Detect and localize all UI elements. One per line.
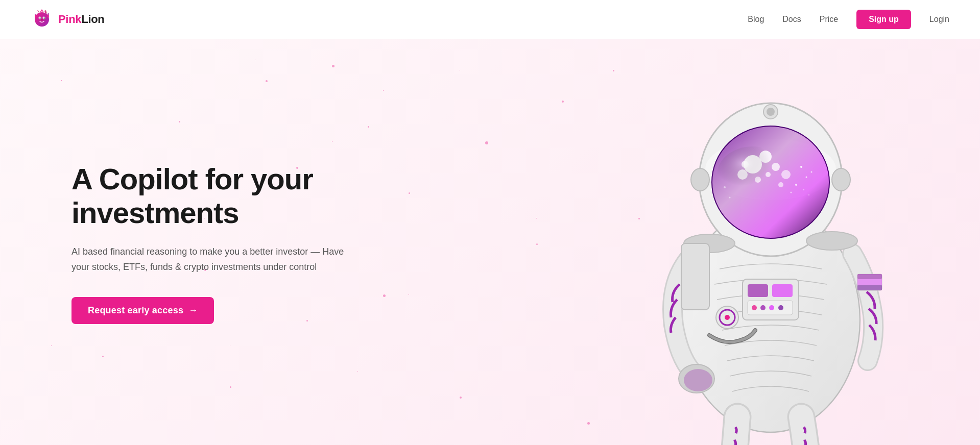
svg-point-42 <box>800 166 802 168</box>
deco-dot <box>102 356 104 357</box>
brand-name: PinkLion <box>58 13 105 26</box>
svg-rect-27 <box>857 285 882 290</box>
svg-point-57 <box>806 232 857 250</box>
logo-icon <box>31 8 53 31</box>
svg-rect-58 <box>681 243 709 310</box>
hero-subtitle: AI based financial reasoning to make you… <box>71 244 357 275</box>
svg-point-8 <box>39 17 40 18</box>
svg-point-43 <box>806 177 807 178</box>
svg-rect-15 <box>748 284 768 297</box>
signup-button[interactable]: Sign up <box>856 10 911 29</box>
deco-dot <box>409 192 410 194</box>
svg-point-21 <box>778 305 783 310</box>
hero-title: A Copilot for your investments <box>71 162 357 230</box>
svg-point-48 <box>808 194 809 195</box>
svg-point-61 <box>725 315 730 320</box>
nav-links: Blog Docs Price Sign up Login <box>748 10 949 29</box>
hero-astronaut-image <box>561 39 980 445</box>
svg-point-45 <box>811 171 812 173</box>
svg-point-46 <box>803 189 804 190</box>
svg-point-20 <box>769 305 774 310</box>
svg-point-54 <box>691 168 709 191</box>
hero-content: A Copilot for your investments AI based … <box>0 162 357 325</box>
svg-point-50 <box>729 197 731 199</box>
arrow-icon: → <box>188 305 198 316</box>
svg-point-55 <box>832 168 850 191</box>
deco-dot <box>536 243 538 245</box>
cta-button[interactable]: Request early access → <box>71 297 214 324</box>
svg-rect-26 <box>857 279 882 285</box>
svg-point-51 <box>717 146 788 203</box>
deco-dot <box>383 294 386 297</box>
nav-docs[interactable]: Docs <box>782 15 801 24</box>
svg-point-9 <box>43 17 44 18</box>
login-link[interactable]: Login <box>929 15 949 24</box>
deco-dot <box>332 65 334 67</box>
svg-point-44 <box>795 184 797 186</box>
svg-marker-0 <box>40 9 44 12</box>
astronaut-svg <box>561 39 980 445</box>
svg-rect-25 <box>857 274 882 279</box>
svg-point-10 <box>41 19 43 20</box>
cta-label: Request early access <box>88 305 183 316</box>
deco-dot <box>179 121 180 122</box>
svg-point-18 <box>752 305 757 310</box>
deco-dot <box>266 80 268 82</box>
navbar: PinkLion Blog Docs Price Sign up Login <box>0 0 980 39</box>
svg-rect-16 <box>772 284 793 297</box>
deco-dot <box>368 126 369 128</box>
deco-dot <box>230 386 231 388</box>
nav-price[interactable]: Price <box>820 15 838 24</box>
svg-point-47 <box>791 192 792 193</box>
hero-section: A Copilot for your investments AI based … <box>0 39 980 445</box>
svg-point-19 <box>760 305 766 310</box>
deco-dot <box>485 141 488 144</box>
deco-dot <box>460 397 462 399</box>
svg-point-23 <box>684 369 712 391</box>
nav-blog[interactable]: Blog <box>748 15 764 24</box>
brand-logo-group: PinkLion <box>31 8 105 31</box>
svg-point-53 <box>767 108 775 116</box>
